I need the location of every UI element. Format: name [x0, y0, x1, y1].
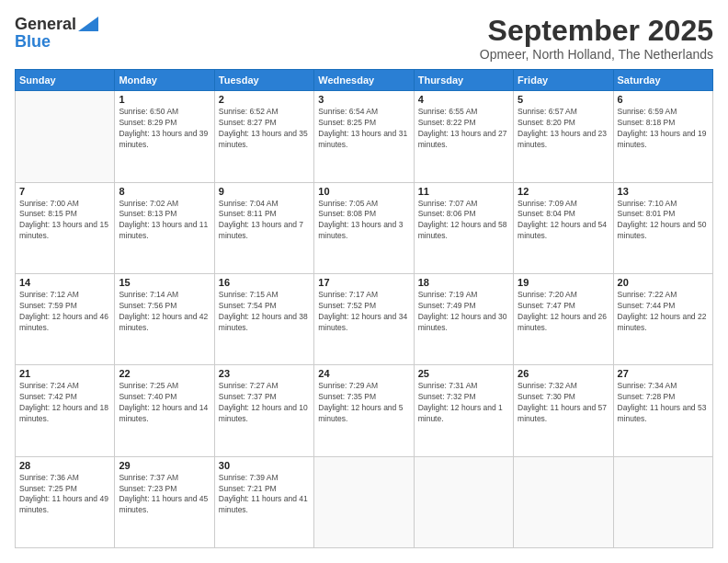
daylight-text: Daylight: 13 hours and 23 minutes. — [518, 129, 609, 151]
sunset-text: Sunset: 7:54 PM — [219, 301, 310, 312]
svg-marker-0 — [78, 17, 98, 31]
sunset-text: Sunset: 8:22 PM — [418, 118, 509, 129]
calendar-week-row: 28Sunrise: 7:36 AMSunset: 7:25 PMDayligh… — [16, 456, 713, 547]
table-row: 30Sunrise: 7:39 AMSunset: 7:21 PMDayligh… — [214, 456, 313, 547]
sunrise-text: Sunrise: 7:32 AM — [518, 381, 609, 392]
sunrise-text: Sunrise: 7:05 AM — [318, 199, 409, 210]
logo: General Blue — [15, 15, 98, 52]
daylight-text: Daylight: 13 hours and 19 minutes. — [618, 129, 709, 151]
sunset-text: Sunset: 8:04 PM — [518, 209, 609, 220]
sunrise-text: Sunrise: 7:00 AM — [19, 199, 110, 210]
daylight-text: Daylight: 11 hours and 49 minutes. — [19, 494, 110, 516]
sunrise-text: Sunrise: 7:07 AM — [418, 199, 509, 210]
header: General Blue September 2025 Opmeer, Nort… — [15, 15, 713, 62]
daylight-text: Daylight: 12 hours and 10 minutes. — [219, 403, 310, 425]
day-number: 19 — [518, 277, 609, 288]
table-row: 21Sunrise: 7:24 AMSunset: 7:42 PMDayligh… — [16, 365, 115, 456]
daylight-text: Daylight: 12 hours and 1 minute. — [418, 403, 509, 425]
table-row: 10Sunrise: 7:05 AMSunset: 8:08 PMDayligh… — [314, 182, 414, 273]
table-row: 8Sunrise: 7:02 AMSunset: 8:13 PMDaylight… — [115, 182, 214, 273]
daylight-text: Daylight: 12 hours and 34 minutes. — [318, 312, 409, 334]
daylight-text: Daylight: 11 hours and 45 minutes. — [119, 494, 210, 516]
day-info: Sunrise: 7:24 AMSunset: 7:42 PMDaylight:… — [19, 381, 110, 425]
day-info: Sunrise: 7:05 AMSunset: 8:08 PMDaylight:… — [318, 199, 409, 243]
day-number: 14 — [19, 277, 110, 288]
sunrise-text: Sunrise: 7:12 AM — [19, 290, 110, 301]
logo-general: General — [15, 15, 76, 34]
sunrise-text: Sunrise: 7:02 AM — [119, 199, 210, 210]
sunrise-text: Sunrise: 7:37 AM — [119, 473, 210, 484]
logo-blue: Blue — [15, 32, 98, 52]
daylight-text: Daylight: 13 hours and 11 minutes. — [119, 220, 210, 242]
day-info: Sunrise: 7:09 AMSunset: 8:04 PMDaylight:… — [518, 199, 609, 243]
sunrise-text: Sunrise: 7:04 AM — [219, 199, 310, 210]
day-number: 4 — [418, 94, 509, 105]
sunset-text: Sunset: 8:15 PM — [19, 209, 110, 220]
table-row: 25Sunrise: 7:31 AMSunset: 7:32 PMDayligh… — [414, 365, 513, 456]
daylight-text: Daylight: 12 hours and 18 minutes. — [19, 403, 110, 425]
table-row: 9Sunrise: 7:04 AMSunset: 8:11 PMDaylight… — [214, 182, 313, 273]
daylight-text: Daylight: 13 hours and 39 minutes. — [119, 129, 210, 151]
table-row: 11Sunrise: 7:07 AMSunset: 8:06 PMDayligh… — [414, 182, 513, 273]
table-row — [514, 456, 613, 547]
daylight-text: Daylight: 12 hours and 58 minutes. — [418, 220, 509, 242]
sunset-text: Sunset: 7:40 PM — [119, 392, 210, 403]
day-number: 21 — [19, 368, 110, 379]
day-info: Sunrise: 7:04 AMSunset: 8:11 PMDaylight:… — [219, 199, 310, 243]
day-info: Sunrise: 6:57 AMSunset: 8:20 PMDaylight:… — [518, 107, 609, 151]
table-row: 23Sunrise: 7:27 AMSunset: 7:37 PMDayligh… — [214, 365, 313, 456]
day-number: 5 — [518, 94, 609, 105]
sunset-text: Sunset: 7:44 PM — [618, 301, 709, 312]
table-row: 12Sunrise: 7:09 AMSunset: 8:04 PMDayligh… — [514, 182, 613, 273]
table-row: 22Sunrise: 7:25 AMSunset: 7:40 PMDayligh… — [115, 365, 214, 456]
sunset-text: Sunset: 7:21 PM — [219, 484, 310, 495]
calendar-week-row: 7Sunrise: 7:00 AMSunset: 8:15 PMDaylight… — [16, 182, 713, 273]
table-row: 17Sunrise: 7:17 AMSunset: 7:52 PMDayligh… — [314, 273, 414, 364]
sunrise-text: Sunrise: 7:39 AM — [219, 473, 310, 484]
sunrise-text: Sunrise: 7:27 AM — [219, 381, 310, 392]
day-number: 17 — [318, 277, 409, 288]
day-info: Sunrise: 7:37 AMSunset: 7:23 PMDaylight:… — [119, 473, 210, 517]
sunrise-text: Sunrise: 7:09 AM — [518, 199, 609, 210]
day-info: Sunrise: 7:15 AMSunset: 7:54 PMDaylight:… — [219, 290, 310, 334]
calendar-week-row: 21Sunrise: 7:24 AMSunset: 7:42 PMDayligh… — [16, 365, 713, 456]
day-number: 27 — [618, 368, 709, 379]
day-number: 6 — [618, 94, 709, 105]
day-number: 8 — [119, 186, 210, 197]
sunset-text: Sunset: 8:01 PM — [618, 209, 709, 220]
table-row: 4Sunrise: 6:55 AMSunset: 8:22 PMDaylight… — [414, 91, 513, 182]
daylight-text: Daylight: 12 hours and 26 minutes. — [518, 312, 609, 334]
sunset-text: Sunset: 8:06 PM — [418, 209, 509, 220]
daylight-text: Daylight: 12 hours and 50 minutes. — [618, 220, 709, 242]
sunrise-text: Sunrise: 7:20 AM — [518, 290, 609, 301]
table-row: 28Sunrise: 7:36 AMSunset: 7:25 PMDayligh… — [16, 456, 115, 547]
daylight-text: Daylight: 12 hours and 54 minutes. — [518, 220, 609, 242]
table-row: 16Sunrise: 7:15 AMSunset: 7:54 PMDayligh… — [214, 273, 313, 364]
day-info: Sunrise: 6:54 AMSunset: 8:25 PMDaylight:… — [318, 107, 409, 151]
daylight-text: Daylight: 13 hours and 7 minutes. — [219, 220, 310, 242]
table-row: 3Sunrise: 6:54 AMSunset: 8:25 PMDaylight… — [314, 91, 414, 182]
sunrise-text: Sunrise: 6:59 AM — [618, 107, 709, 118]
sunrise-text: Sunrise: 6:55 AM — [418, 107, 509, 118]
day-info: Sunrise: 7:25 AMSunset: 7:40 PMDaylight:… — [119, 381, 210, 425]
title-block: September 2025 Opmeer, North Holland, Th… — [480, 15, 713, 62]
sunrise-text: Sunrise: 7:14 AM — [119, 290, 210, 301]
day-info: Sunrise: 7:07 AMSunset: 8:06 PMDaylight:… — [418, 199, 509, 243]
table-row — [16, 91, 115, 182]
sunrise-text: Sunrise: 6:54 AM — [318, 107, 409, 118]
day-number: 13 — [618, 186, 709, 197]
table-row: 20Sunrise: 7:22 AMSunset: 7:44 PMDayligh… — [613, 273, 712, 364]
table-row — [314, 456, 414, 547]
table-row: 13Sunrise: 7:10 AMSunset: 8:01 PMDayligh… — [613, 182, 712, 273]
day-number: 26 — [518, 368, 609, 379]
sunrise-text: Sunrise: 7:36 AM — [19, 473, 110, 484]
day-info: Sunrise: 7:31 AMSunset: 7:32 PMDaylight:… — [418, 381, 509, 425]
day-info: Sunrise: 7:39 AMSunset: 7:21 PMDaylight:… — [219, 473, 310, 517]
day-number: 11 — [418, 186, 509, 197]
day-info: Sunrise: 7:29 AMSunset: 7:35 PMDaylight:… — [318, 381, 409, 425]
header-wednesday: Wednesday — [314, 70, 414, 91]
day-number: 25 — [418, 368, 509, 379]
sunset-text: Sunset: 7:23 PM — [119, 484, 210, 495]
logo-icon — [78, 17, 98, 31]
sunset-text: Sunset: 8:25 PM — [318, 118, 409, 129]
